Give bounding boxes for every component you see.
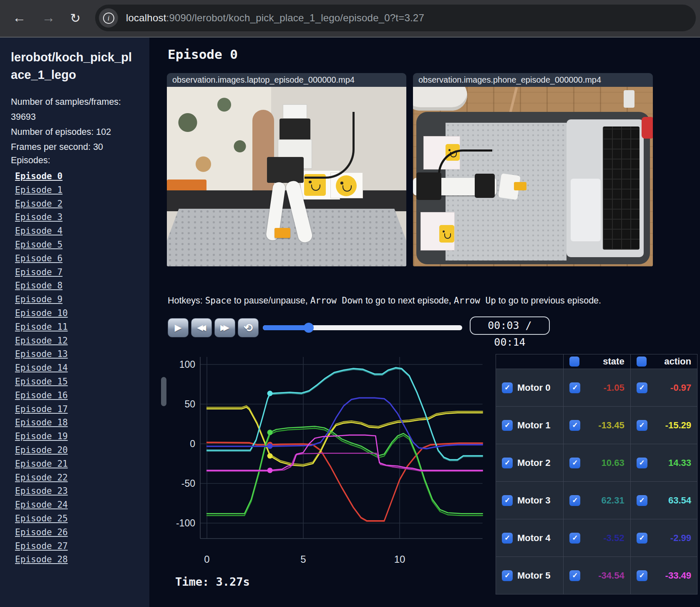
svg-text:100: 100: [179, 359, 195, 370]
episode-link-21[interactable]: Episode 21: [15, 457, 140, 471]
browser-toolbar: ← → ↻ i localhost:9090/lerobot/koch_pick…: [0, 0, 700, 38]
table-row-motor-4: ✓Motor 4✓-3.52✓-2.99: [496, 519, 697, 557]
video-phone[interactable]: observation.images.phone_episode_000000.…: [413, 73, 653, 266]
robot-cables: [305, 112, 355, 179]
episode-link-1[interactable]: Episode 1: [15, 183, 140, 197]
episode-link-19[interactable]: Episode 19: [15, 430, 140, 443]
state-column-checkbox[interactable]: [569, 357, 579, 367]
episode-link-6[interactable]: Episode 6: [15, 252, 140, 266]
episode-link-28[interactable]: Episode 28: [15, 553, 140, 567]
episode-link-12[interactable]: Episode 12: [15, 334, 140, 348]
motor-3-action-checkbox[interactable]: ✓: [637, 495, 647, 506]
episode-link-8[interactable]: Episode 8: [15, 279, 140, 293]
header-empty: [496, 354, 564, 369]
motor-3-action-value: 63.54: [668, 495, 691, 506]
episode-link-5[interactable]: Episode 5: [15, 238, 140, 252]
motor-4-state-value: -3.52: [604, 533, 624, 544]
motor-4-checkbox[interactable]: ✓: [502, 533, 513, 544]
motor-5-action-checkbox[interactable]: ✓: [637, 570, 647, 581]
episode-link-18[interactable]: Episode 18: [15, 416, 140, 430]
table-row-motor-0: ✓Motor 0✓-1.05✓-0.97: [496, 369, 697, 407]
motor-5-state-checkbox[interactable]: ✓: [569, 570, 580, 581]
motor-0-checkbox[interactable]: ✓: [502, 382, 513, 393]
motor-2-action-checkbox[interactable]: ✓: [637, 458, 647, 468]
seek-slider-thumb[interactable]: [304, 323, 314, 333]
loop-button[interactable]: ⟲: [238, 318, 259, 337]
stat-samples: Number of samples/frames: 39693: [11, 94, 138, 124]
episode-link-17[interactable]: Episode 17: [15, 402, 140, 416]
motor-2-state-checkbox[interactable]: ✓: [569, 458, 580, 468]
motor-1-state-checkbox[interactable]: ✓: [569, 420, 580, 431]
svg-text:10: 10: [394, 554, 405, 565]
episode-link-7[interactable]: Episode 7: [15, 266, 140, 279]
white-object: [413, 87, 467, 111]
episode-link-0[interactable]: Episode 0: [15, 169, 140, 183]
episode-link-26[interactable]: Episode 26: [15, 526, 140, 539]
motor-1-checkbox[interactable]: ✓: [502, 420, 513, 431]
motor-1-action-checkbox[interactable]: ✓: [637, 420, 647, 431]
motor-0-action-checkbox[interactable]: ✓: [637, 382, 647, 393]
motor-chart[interactable]: 100500-50-1000510: [167, 351, 488, 591]
motor-0-state-checkbox[interactable]: ✓: [569, 382, 580, 393]
page-title: Episode 0: [168, 47, 238, 62]
video-laptop[interactable]: observation.images.laptop_episode_000000…: [167, 73, 406, 266]
url-text[interactable]: localhost:9090/lerobot/koch_pick_place_1…: [126, 12, 424, 24]
info-icon: i: [103, 13, 114, 24]
svg-text:0: 0: [190, 438, 195, 449]
episode-link-23[interactable]: Episode 23: [15, 484, 140, 498]
dataset-title: lerobot/koch_pick_place_1_lego: [11, 48, 136, 83]
motor-4-action-value: -2.99: [670, 533, 691, 544]
robot-camera-block: [279, 119, 310, 140]
episode-link-9[interactable]: Episode 9: [15, 293, 140, 306]
action-column-checkbox[interactable]: [637, 357, 647, 367]
episode-link-16[interactable]: Episode 16: [15, 389, 140, 402]
video-phone-frame[interactable]: [413, 87, 653, 266]
svg-text:-100: -100: [176, 518, 195, 529]
motor-4-action-checkbox[interactable]: ✓: [637, 533, 647, 544]
reload-icon[interactable]: ↻: [70, 11, 81, 25]
play-button[interactable]: ▶: [168, 318, 189, 337]
episode-link-24[interactable]: Episode 24: [15, 498, 140, 512]
motor-2-checkbox[interactable]: ✓: [502, 458, 513, 468]
table-header-row: state action: [496, 354, 697, 369]
episode-link-3[interactable]: Episode 3: [15, 210, 140, 224]
robot-base-motor: [416, 172, 441, 200]
table-row-motor-1: ✓Motor 1✓-13.45✓-15.29: [496, 407, 697, 444]
episode-link-22[interactable]: Episode 22: [15, 471, 140, 485]
seek-slider[interactable]: [263, 325, 462, 330]
laptop-trackpad: [571, 179, 601, 241]
episode-link-10[interactable]: Episode 10: [15, 306, 140, 320]
episode-link-11[interactable]: Episode 11: [15, 320, 140, 334]
episode-link-15[interactable]: Episode 15: [15, 375, 140, 389]
motor-5-checkbox[interactable]: ✓: [502, 570, 513, 581]
motor-3-state-checkbox[interactable]: ✓: [569, 495, 580, 506]
video-laptop-frame[interactable]: [167, 87, 406, 266]
rewind-button[interactable]: ◀◀: [191, 318, 212, 337]
header-state: state: [564, 354, 630, 369]
episode-link-2[interactable]: Episode 2: [15, 197, 140, 211]
motor-3-checkbox[interactable]: ✓: [502, 495, 513, 506]
episode-link-13[interactable]: Episode 13: [15, 347, 140, 361]
back-icon[interactable]: ←: [13, 10, 26, 25]
forward-icon[interactable]: →: [42, 10, 55, 25]
video-laptop-caption: observation.images.laptop_episode_000000…: [167, 73, 406, 87]
episode-link-25[interactable]: Episode 25: [15, 512, 140, 526]
episode-link-4[interactable]: Episode 4: [15, 224, 140, 238]
motor-2-action-value: 14.33: [668, 458, 691, 468]
box-bottom-left: [421, 212, 455, 250]
address-bar[interactable]: i localhost:9090/lerobot/koch_pick_place…: [95, 5, 696, 31]
motor-2-label: Motor 2: [517, 458, 550, 468]
hotkey-text: to pause/unpause,: [232, 296, 310, 306]
fast-forward-button[interactable]: ▶▶: [214, 318, 235, 337]
motor-4-state-checkbox[interactable]: ✓: [569, 533, 580, 544]
main-content: Episode 0 observation.images.laptop_epis…: [149, 38, 700, 607]
hotkey-key: Arrow Up: [454, 296, 496, 306]
hotkey-text: Hotkeys:: [168, 296, 205, 306]
episode-link-20[interactable]: Episode 20: [15, 443, 140, 457]
site-info-button[interactable]: i: [99, 8, 118, 28]
episode-link-27[interactable]: Episode 27: [15, 539, 140, 553]
action-header-label: action: [664, 356, 691, 367]
state-header-label: state: [603, 356, 624, 367]
episode-link-14[interactable]: Episode 14: [15, 361, 140, 375]
svg-text:5: 5: [300, 554, 306, 565]
